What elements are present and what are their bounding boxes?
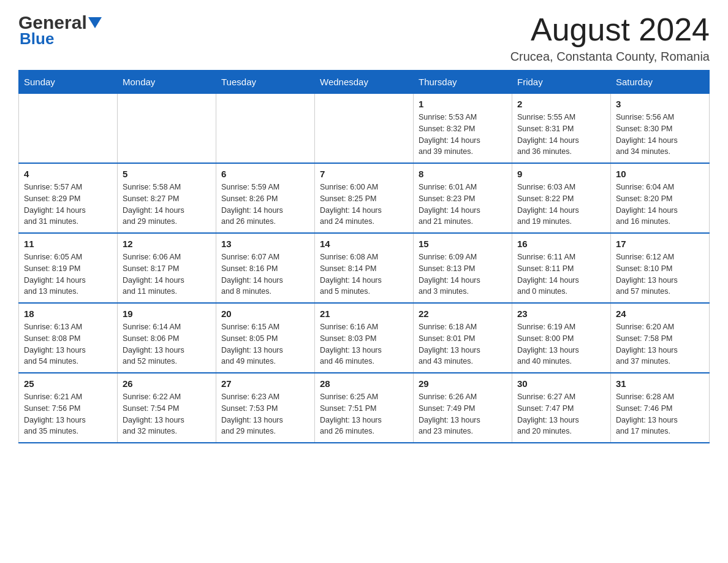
calendar-cell: 19Sunrise: 6:14 AMSunset: 8:06 PMDayligh…	[118, 303, 216, 373]
day-number: 25	[24, 378, 112, 389]
day-number: 19	[123, 308, 211, 319]
calendar-cell: 31Sunrise: 6:28 AMSunset: 7:46 PMDayligh…	[611, 373, 710, 443]
calendar-cell: 25Sunrise: 6:21 AMSunset: 7:56 PMDayligh…	[19, 373, 118, 443]
logo-triangle-icon	[88, 17, 102, 31]
calendar-cell: 16Sunrise: 6:11 AMSunset: 8:11 PMDayligh…	[512, 233, 611, 303]
day-number: 14	[320, 239, 408, 249]
calendar-cell: 15Sunrise: 6:09 AMSunset: 8:13 PMDayligh…	[414, 233, 512, 303]
calendar-cell	[118, 94, 216, 164]
day-number: 22	[419, 308, 507, 319]
calendar-cell: 9Sunrise: 6:03 AMSunset: 8:22 PMDaylight…	[512, 163, 611, 233]
calendar-cell: 24Sunrise: 6:20 AMSunset: 7:58 PMDayligh…	[611, 303, 710, 373]
day-info: Sunrise: 6:27 AMSunset: 7:47 PMDaylight:…	[517, 391, 605, 437]
day-number: 28	[320, 378, 408, 389]
day-info: Sunrise: 6:12 AMSunset: 8:10 PMDaylight:…	[616, 251, 704, 297]
calendar-cell: 7Sunrise: 6:00 AMSunset: 8:25 PMDaylight…	[315, 163, 414, 233]
day-number: 30	[517, 378, 605, 389]
day-number: 23	[517, 308, 605, 319]
day-number: 1	[419, 99, 507, 109]
day-info: Sunrise: 6:21 AMSunset: 7:56 PMDaylight:…	[24, 391, 112, 437]
day-info: Sunrise: 6:26 AMSunset: 7:49 PMDaylight:…	[419, 391, 507, 437]
calendar-cell: 13Sunrise: 6:07 AMSunset: 8:16 PMDayligh…	[216, 233, 315, 303]
day-info: Sunrise: 6:05 AMSunset: 8:19 PMDaylight:…	[24, 251, 112, 297]
logo: General Blue	[18, 12, 102, 48]
calendar-cell: 1Sunrise: 5:53 AMSunset: 8:32 PMDaylight…	[414, 94, 512, 164]
day-number: 12	[123, 239, 211, 249]
day-number: 26	[123, 378, 211, 389]
day-info: Sunrise: 6:15 AMSunset: 8:05 PMDaylight:…	[221, 321, 309, 367]
logo-blue: Blue	[20, 29, 54, 48]
day-number: 8	[419, 169, 507, 179]
calendar-cell: 18Sunrise: 6:13 AMSunset: 8:08 PMDayligh…	[19, 303, 118, 373]
day-info: Sunrise: 5:53 AMSunset: 8:32 PMDaylight:…	[419, 112, 507, 158]
week-row-2: 4Sunrise: 5:57 AMSunset: 8:29 PMDaylight…	[19, 163, 710, 233]
page-title: August 2024	[510, 12, 710, 47]
calendar-cell: 11Sunrise: 6:05 AMSunset: 8:19 PMDayligh…	[19, 233, 118, 303]
calendar-cell: 29Sunrise: 6:26 AMSunset: 7:49 PMDayligh…	[414, 373, 512, 443]
day-number: 20	[221, 308, 309, 319]
svg-marker-0	[88, 17, 102, 28]
day-number: 18	[24, 308, 112, 319]
calendar-cell	[315, 94, 414, 164]
day-info: Sunrise: 6:08 AMSunset: 8:14 PMDaylight:…	[320, 251, 408, 297]
day-info: Sunrise: 6:01 AMSunset: 8:23 PMDaylight:…	[419, 182, 507, 228]
calendar-cell: 6Sunrise: 5:59 AMSunset: 8:26 PMDaylight…	[216, 163, 315, 233]
day-info: Sunrise: 6:04 AMSunset: 8:20 PMDaylight:…	[616, 182, 704, 228]
calendar-cell: 17Sunrise: 6:12 AMSunset: 8:10 PMDayligh…	[611, 233, 710, 303]
header-row: SundayMondayTuesdayWednesdayThursdayFrid…	[19, 71, 710, 94]
calendar-body: 1Sunrise: 5:53 AMSunset: 8:32 PMDaylight…	[19, 94, 710, 443]
day-info: Sunrise: 5:59 AMSunset: 8:26 PMDaylight:…	[221, 182, 309, 228]
day-info: Sunrise: 5:58 AMSunset: 8:27 PMDaylight:…	[123, 182, 211, 228]
day-number: 13	[221, 239, 309, 249]
day-number: 16	[517, 239, 605, 249]
day-info: Sunrise: 6:16 AMSunset: 8:03 PMDaylight:…	[320, 321, 408, 367]
calendar-cell: 20Sunrise: 6:15 AMSunset: 8:05 PMDayligh…	[216, 303, 315, 373]
page-header: General Blue August 2024 Crucea, Constan…	[18, 12, 710, 64]
day-info: Sunrise: 6:19 AMSunset: 8:00 PMDaylight:…	[517, 321, 605, 367]
calendar-header: SundayMondayTuesdayWednesdayThursdayFrid…	[19, 71, 710, 94]
day-info: Sunrise: 5:55 AMSunset: 8:31 PMDaylight:…	[517, 112, 605, 158]
calendar-cell: 12Sunrise: 6:06 AMSunset: 8:17 PMDayligh…	[118, 233, 216, 303]
week-row-4: 18Sunrise: 6:13 AMSunset: 8:08 PMDayligh…	[19, 303, 710, 373]
day-number: 9	[517, 169, 605, 179]
calendar-cell: 30Sunrise: 6:27 AMSunset: 7:47 PMDayligh…	[512, 373, 611, 443]
day-info: Sunrise: 6:22 AMSunset: 7:54 PMDaylight:…	[123, 391, 211, 437]
week-row-5: 25Sunrise: 6:21 AMSunset: 7:56 PMDayligh…	[19, 373, 710, 443]
day-number: 10	[616, 169, 704, 179]
day-number: 4	[24, 169, 112, 179]
day-info: Sunrise: 5:56 AMSunset: 8:30 PMDaylight:…	[616, 112, 704, 158]
day-number: 24	[616, 308, 704, 319]
day-number: 31	[616, 378, 704, 389]
day-number: 3	[616, 99, 704, 109]
calendar-cell: 22Sunrise: 6:18 AMSunset: 8:01 PMDayligh…	[414, 303, 512, 373]
day-number: 7	[320, 169, 408, 179]
calendar-cell: 2Sunrise: 5:55 AMSunset: 8:31 PMDaylight…	[512, 94, 611, 164]
calendar-cell	[216, 94, 315, 164]
calendar-cell: 4Sunrise: 5:57 AMSunset: 8:29 PMDaylight…	[19, 163, 118, 233]
day-info: Sunrise: 6:20 AMSunset: 7:58 PMDaylight:…	[616, 321, 704, 367]
calendar-cell: 3Sunrise: 5:56 AMSunset: 8:30 PMDaylight…	[611, 94, 710, 164]
header-day-sunday: Sunday	[19, 71, 118, 94]
day-info: Sunrise: 6:23 AMSunset: 7:53 PMDaylight:…	[221, 391, 309, 437]
header-day-friday: Friday	[512, 71, 611, 94]
day-info: Sunrise: 6:07 AMSunset: 8:16 PMDaylight:…	[221, 251, 309, 297]
calendar-cell: 21Sunrise: 6:16 AMSunset: 8:03 PMDayligh…	[315, 303, 414, 373]
title-section: August 2024 Crucea, Constanta County, Ro…	[510, 12, 710, 64]
day-info: Sunrise: 5:57 AMSunset: 8:29 PMDaylight:…	[24, 182, 112, 228]
page-subtitle: Crucea, Constanta County, Romania	[510, 50, 710, 64]
day-info: Sunrise: 6:18 AMSunset: 8:01 PMDaylight:…	[419, 321, 507, 367]
day-info: Sunrise: 6:03 AMSunset: 8:22 PMDaylight:…	[517, 182, 605, 228]
day-number: 5	[123, 169, 211, 179]
day-info: Sunrise: 6:09 AMSunset: 8:13 PMDaylight:…	[419, 251, 507, 297]
day-info: Sunrise: 6:13 AMSunset: 8:08 PMDaylight:…	[24, 321, 112, 367]
day-number: 6	[221, 169, 309, 179]
day-number: 17	[616, 239, 704, 249]
calendar-cell: 23Sunrise: 6:19 AMSunset: 8:00 PMDayligh…	[512, 303, 611, 373]
header-day-tuesday: Tuesday	[216, 71, 315, 94]
day-number: 29	[419, 378, 507, 389]
header-day-saturday: Saturday	[611, 71, 710, 94]
day-number: 21	[320, 308, 408, 319]
calendar-cell: 10Sunrise: 6:04 AMSunset: 8:20 PMDayligh…	[611, 163, 710, 233]
header-day-monday: Monday	[118, 71, 216, 94]
day-info: Sunrise: 6:28 AMSunset: 7:46 PMDaylight:…	[616, 391, 704, 437]
